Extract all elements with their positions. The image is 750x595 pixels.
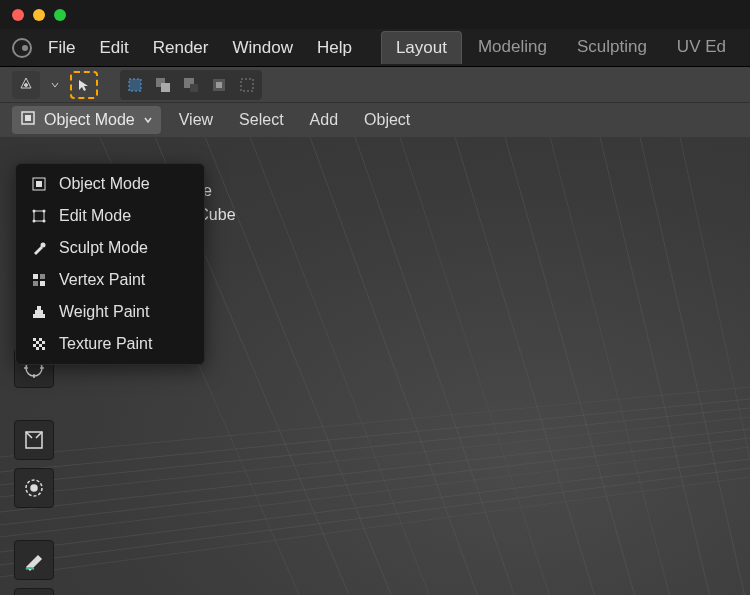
window-titlebar [0,0,750,29]
mode-menu-label: Weight Paint [59,303,149,321]
svg-rect-66 [42,341,45,344]
svg-rect-9 [216,82,222,88]
object-mode-icon [30,175,48,193]
select-tool-active[interactable] [70,71,98,99]
workspace-tab-modeling[interactable]: Modeling [464,31,561,64]
svg-rect-68 [39,344,42,347]
vertex-paint-icon [30,271,48,289]
chevron-down-icon [50,80,60,90]
sculpt-mode-icon [30,239,48,257]
svg-rect-67 [33,344,36,347]
menu-file[interactable]: File [48,38,75,58]
svg-point-54 [41,243,46,248]
svg-rect-57 [33,281,38,286]
svg-rect-64 [39,338,42,341]
measure-tool-button[interactable] [14,588,54,595]
svg-rect-56 [40,274,45,279]
mode-menu-item-object[interactable]: Object Mode [16,168,204,200]
mode-menu-item-sculpt[interactable]: Sculpt Mode [16,232,204,264]
main-menubar: File Edit Render Window Help Layout Mode… [0,29,750,67]
select-intersect-button[interactable] [234,72,260,98]
svg-rect-12 [25,115,31,121]
close-window-button[interactable] [12,9,24,21]
menu-help[interactable]: Help [317,38,352,58]
svg-rect-59 [37,306,41,314]
mode-menu-item-edit[interactable]: Edit Mode [16,200,204,232]
svg-line-22 [0,399,750,472]
svg-rect-48 [36,181,42,187]
workspace-tab-sculpting[interactable]: Sculpting [563,31,661,64]
svg-line-27 [0,468,750,565]
svg-point-2 [25,83,28,86]
svg-rect-62 [41,310,43,314]
move-tool-button[interactable] [14,420,54,460]
select-subtract-button[interactable] [178,72,204,98]
mode-menu-item-vertex-paint[interactable]: Vertex Paint [16,264,204,296]
svg-rect-60 [33,314,45,318]
menu-render[interactable]: Render [153,38,209,58]
svg-point-1 [22,45,28,51]
svg-rect-49 [34,211,44,221]
maximize-window-button[interactable] [54,9,66,21]
svg-line-35 [640,137,745,595]
svg-line-24 [0,429,750,512]
chevron-down-icon [143,115,153,125]
svg-rect-65 [36,341,39,344]
svg-rect-7 [190,84,198,92]
header-menu-view[interactable]: View [171,107,221,133]
workspace-tab-layout[interactable]: Layout [381,31,462,64]
mode-menu-item-texture-paint[interactable]: Texture Paint [16,328,204,360]
minimize-window-button[interactable] [33,9,45,21]
svg-line-34 [600,137,710,595]
texture-paint-icon [30,335,48,353]
svg-line-20 [550,137,670,595]
mode-menu-popup: Object Mode Edit Mode Sculpt Mode Vertex… [15,163,205,365]
svg-line-19 [400,137,550,595]
weight-paint-icon [30,303,48,321]
svg-rect-58 [40,281,45,286]
menu-window[interactable]: Window [232,38,292,58]
mode-dropdown-label: Object Mode [44,111,135,129]
menu-edit[interactable]: Edit [99,38,128,58]
select-invert-button[interactable] [206,72,232,98]
select-new-button[interactable] [122,72,148,98]
mode-menu-label: Sculpt Mode [59,239,148,257]
svg-rect-63 [33,338,36,341]
svg-line-21 [680,137,750,595]
svg-rect-3 [129,79,141,91]
svg-rect-55 [33,274,38,279]
svg-line-18 [250,137,430,595]
workspace-tab-uv-editing[interactable]: UV Ed [663,31,740,64]
select-extend-button[interactable] [150,72,176,98]
svg-point-43 [31,485,37,491]
editor-toolbar [0,67,750,103]
svg-line-30 [310,137,478,595]
svg-point-51 [43,210,46,213]
svg-line-32 [455,137,595,595]
select-mode-group [120,70,262,100]
viewport-header: Object Mode View Select Add Object [0,103,750,137]
rotate-tool-button[interactable] [14,468,54,508]
mode-dropdown[interactable]: Object Mode [12,106,161,134]
mode-menu-item-weight-paint[interactable]: Weight Paint [16,296,204,328]
mode-menu-label: Texture Paint [59,335,152,353]
header-menu-select[interactable]: Select [231,107,291,133]
svg-rect-61 [35,310,37,314]
edit-mode-icon [30,207,48,225]
svg-line-25 [0,438,750,525]
header-menu-object[interactable]: Object [356,107,418,133]
svg-rect-70 [42,347,45,350]
mode-menu-label: Edit Mode [59,207,131,225]
svg-point-52 [33,220,36,223]
workspace-tabs: Layout Modeling Sculpting UV Ed [381,31,740,64]
mode-menu-label: Object Mode [59,175,150,193]
svg-line-26 [0,459,750,552]
svg-rect-69 [36,347,39,350]
svg-rect-5 [161,83,170,92]
svg-point-53 [43,220,46,223]
svg-point-50 [33,210,36,213]
annotate-tool-button[interactable] [14,540,54,580]
mode-menu-label: Vertex Paint [59,271,145,289]
orientation-dropdown[interactable] [12,71,40,99]
header-menu-add[interactable]: Add [302,107,346,133]
